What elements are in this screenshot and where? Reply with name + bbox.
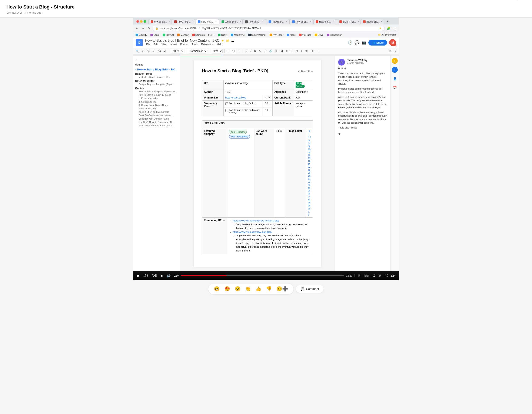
tab-close-8[interactable]: ✕	[358, 20, 360, 23]
tab-close-0[interactable]: ✕	[168, 20, 170, 23]
link-btn[interactable]: 🔗	[268, 49, 274, 53]
outline-domain[interactable]: Consider Your Domain Name	[139, 117, 178, 120]
outline-know-why[interactable]: 1. Know Your Why	[139, 97, 178, 100]
line-spacing-btn[interactable]: ↕	[300, 49, 303, 53]
outline-no-overboard[interactable]: Don't Go Overboard with Keyw...	[139, 113, 178, 117]
list-btn[interactable]: ☰	[289, 49, 294, 53]
history-icon[interactable]: 🕐	[348, 40, 353, 45]
insert-image-btn[interactable]: 🖼	[279, 49, 284, 53]
competing-url-2[interactable]: https://www.ryrob.com/how-start-blog/	[233, 231, 272, 233]
insert-table-btn[interactable]: ⊞	[274, 49, 279, 53]
stop-button[interactable]: ■	[160, 273, 164, 278]
reaction-thumbsdown[interactable]: 👎	[266, 286, 272, 292]
new-tab-button[interactable]: +	[384, 19, 390, 24]
outline-keep-short[interactable]: Keep It Short and Memorable	[139, 110, 178, 113]
browser-tab-4[interactable]: How to st... ✕	[243, 19, 266, 24]
primary-kw-link[interactable]: how to start a blog	[225, 96, 246, 99]
bullet-list-btn[interactable]: •≡	[304, 49, 309, 53]
secondary-kw-2-checkbox[interactable]	[225, 109, 228, 112]
browser-tab-5[interactable]: How to St... ✕	[266, 19, 290, 24]
outline-how-to-money[interactable]: How to Start a Blog that Makes Mone...	[139, 90, 178, 93]
reaction-clap[interactable]: 👏	[245, 286, 251, 292]
tab-close-7[interactable]: ✕	[333, 20, 335, 23]
bookmark-tidycal[interactable]: TidyCal	[162, 33, 175, 37]
spellcheck-btn[interactable]: Aa	[157, 49, 162, 53]
zoom-select[interactable]: 100%	[171, 49, 184, 53]
bookmark-serpwatcher[interactable]: SERPWatcher	[247, 33, 267, 37]
volume-button[interactable]: 🔊	[166, 273, 171, 278]
outline-online-forums[interactable]: Visit Online Forums and Commu...	[139, 124, 178, 127]
bookmark-mediavine[interactable]: Mediavine	[230, 33, 245, 37]
menu-view[interactable]: View	[160, 43, 168, 46]
search-format-btn[interactable]: 🔍	[135, 49, 140, 53]
address-bar[interactable]: 🔒 docs.google.com/document/d/1lVxBx38g0f…	[152, 26, 385, 31]
play-pause-button[interactable]: ▶	[136, 273, 141, 278]
reaction-love[interactable]: 😍	[224, 286, 230, 292]
settings-button[interactable]: ⚙	[371, 273, 376, 278]
folder-icon[interactable]: 📁	[226, 39, 229, 42]
menu-extensions[interactable]: Extensions	[200, 43, 215, 46]
forward-button[interactable]: →	[141, 26, 145, 31]
font-size-increase[interactable]: +	[237, 49, 241, 53]
docs-document-title[interactable]: How to Start a Blog | Brief for New Cont…	[145, 39, 220, 43]
share-button[interactable]: 👥 Share	[368, 40, 387, 46]
more-options-btn[interactable]: ⋯	[315, 49, 320, 53]
bookmark-transaction[interactable]: Transaction	[326, 33, 343, 37]
comment-icon[interactable]: 💬	[355, 40, 360, 45]
font-select[interactable]: Inter	[211, 49, 223, 53]
underline-btn[interactable]: U	[253, 49, 257, 53]
bookmark-kwfinder[interactable]: KWFinder	[269, 33, 284, 37]
reaction-laugh[interactable]: 😆	[213, 286, 220, 292]
bookmark-clicky[interactable]: Clicky	[217, 33, 228, 37]
tab-close-6[interactable]: ✕	[309, 20, 311, 23]
outline-reader-profile[interactable]: Reader Profile	[135, 72, 178, 75]
bookmark-monday[interactable]: Monday	[176, 33, 190, 37]
bookmark-clockify[interactable]: Clockify	[135, 33, 148, 37]
grid-view-button[interactable]: ⊞	[357, 273, 361, 278]
highlight-btn[interactable]: 🖊	[263, 49, 267, 53]
outline-blog-name[interactable]: 3. Choose Your Blog's Name	[139, 104, 178, 107]
browser-tab-6[interactable]: How to St... ✕	[290, 19, 313, 24]
progress-bar[interactable]	[181, 275, 344, 276]
reaction-thumbsup[interactable]: 👍	[255, 286, 262, 292]
reload-button[interactable]: ↻	[147, 26, 151, 31]
tasks-icon[interactable]: ✓	[392, 67, 398, 73]
outline-notes-writer[interactable]: Notes for Writer	[135, 80, 178, 83]
copy-link-button[interactable]: 🔗	[515, 0, 520, 0]
menu-file[interactable]: File	[145, 43, 152, 46]
menu-help[interactable]: Help	[216, 43, 224, 46]
browser-tab-7[interactable]: How to St... ✕	[314, 19, 337, 24]
tab-close-4[interactable]: ✕	[262, 20, 264, 23]
edit-mode-btn[interactable]: ✏	[388, 49, 392, 53]
reaction-emoji-picker[interactable]: 🙂➕	[276, 286, 288, 292]
fullscreen-button[interactable]: ⛶	[384, 273, 389, 278]
print-btn[interactable]: 🖨	[151, 49, 156, 53]
tab-close-5[interactable]: ✕	[286, 20, 287, 23]
competing-url-1[interactable]: https://www.wix.com/blog/how-to-start-a-…	[233, 219, 279, 222]
comment-button[interactable]: 💬 Comment	[296, 285, 324, 293]
extensions-button[interactable]: 🧩	[386, 26, 391, 31]
minimize-button[interactable]	[140, 20, 142, 23]
bookmark-maps[interactable]: Maps	[286, 33, 296, 37]
bookmark-star-icon[interactable]: ★	[379, 27, 381, 30]
undo-btn[interactable]: ↩	[141, 49, 145, 53]
outline-select-niche[interactable]: 2. Select a Niche	[139, 100, 178, 104]
style-select[interactable]: Normal text	[188, 49, 207, 53]
download-button[interactable]: ⬇	[522, 0, 526, 0]
reaction-wow[interactable]: 😮	[234, 286, 241, 292]
outline-allow-growth[interactable]: Allow for Growth	[139, 107, 178, 110]
outline-design-request[interactable]: Design Request Template [Expa...	[139, 83, 178, 86]
calendar-icon[interactable]: 📅	[392, 85, 398, 91]
maximize-button[interactable]	[144, 20, 146, 23]
collapse-btn[interactable]: ∧	[393, 49, 397, 53]
secondary-kw-1-checkbox[interactable]	[225, 102, 228, 105]
bold-btn[interactable]: B	[245, 49, 248, 53]
align-btn[interactable]: ≡	[285, 49, 289, 53]
notification-icon[interactable]: 🔔	[392, 58, 398, 64]
bookmark-loom[interactable]: Loom	[150, 33, 161, 37]
outline-no-brainstorm[interactable]: You Don't Have to Brainstorm All...	[139, 120, 178, 124]
bookmark-semrush[interactable]: Semrush	[191, 33, 206, 37]
browser-tab-2[interactable]: How to St... ✕	[196, 19, 219, 24]
sidebar-back-btn[interactable]: ←	[135, 58, 178, 62]
captions-button[interactable]: CC	[363, 273, 370, 278]
